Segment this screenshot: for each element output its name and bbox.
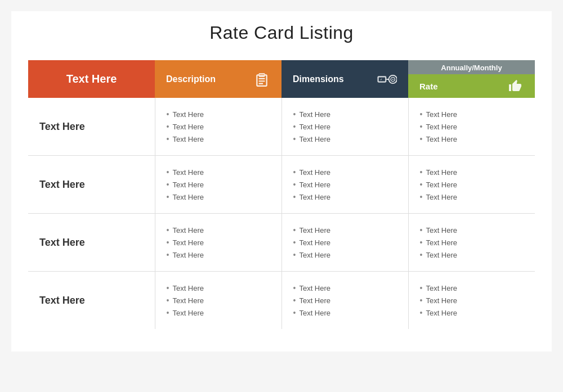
list-item: Text Here [293,236,397,249]
list-item: Text Here [420,120,524,133]
list-item: Text Here [420,108,524,120]
row-dim-cell: Text HereText HereText Here [282,272,408,330]
list-item: Text Here [420,166,524,178]
list-item: Text Here [167,282,270,294]
list-item: Text Here [420,236,524,249]
row-name-cell: Text Here [28,214,155,272]
col3-header-label: Dimensions [293,74,344,84]
page-title: Rate Card Listing [28,22,535,43]
list-item: Text Here [420,249,524,261]
row-dim-cell: Text HereText HereText Here [282,156,408,214]
rate-card-table: Text Here Description [28,60,535,329]
clipboard-icon [253,71,270,88]
row-desc-cell: Text HereText HereText Here [155,98,282,156]
header-row: Text Here Description [28,60,535,74]
th-dim: Dimensions ✓ [282,60,408,98]
list-item: Text Here [293,191,397,203]
row-dim-cell: Text HereText HereText Here [282,98,408,156]
tape-measure-icon: ✓ [377,71,397,88]
col4-bottom-label: Rate [419,82,438,91]
list-item: Text Here [420,178,524,191]
list-item: Text Here [167,307,270,319]
list-item: Text Here [420,282,524,294]
list-item: Text Here [293,108,397,120]
page-container: Rate Card Listing Text Here Description [11,11,552,352]
row-desc-cell: Text HereText HereText Here [155,156,282,214]
table-body: Text HereText HereText HereText HereText… [28,98,535,329]
col4-top-label: Annually/Monthly [441,64,502,72]
list-item: Text Here [167,166,270,178]
row-rate-cell: Text HereText HereText Here [408,272,535,330]
list-item: Text Here [293,224,397,236]
row-rate-cell: Text HereText HereText Here [408,98,535,156]
list-item: Text Here [167,191,270,203]
list-item: Text Here [293,249,397,261]
list-item: Text Here [420,191,524,203]
row-rate-cell: Text HereText HereText Here [408,214,535,272]
th-rate-annually: Annually/Monthly [408,60,535,74]
row-desc-cell: Text HereText HereText Here [155,214,282,272]
table-row: Text HereText HereText HereText HereText… [28,156,535,214]
list-item: Text Here [420,224,524,236]
list-item: Text Here [167,249,270,261]
list-item: Text Here [293,120,397,133]
table-row: Text HereText HereText HereText HereText… [28,98,535,156]
list-item: Text Here [293,166,397,178]
col1-header-label: Text Here [66,73,117,85]
list-item: Text Here [293,178,397,191]
list-item: Text Here [167,224,270,236]
list-item: Text Here [167,178,270,191]
list-item: Text Here [293,133,397,145]
row-name-cell: Text Here [28,272,155,330]
svg-point-5 [392,78,394,79]
list-item: Text Here [167,133,270,145]
row-rate-cell: Text HereText HereText Here [408,156,535,214]
svg-text:✓: ✓ [380,78,382,81]
list-item: Text Here [167,108,270,120]
list-item: Text Here [167,236,270,249]
col2-header-label: Description [166,74,216,84]
th-rate: Rate [408,74,535,98]
table-row: Text HereText HereText HereText HereText… [28,214,535,272]
list-item: Text Here [420,307,524,319]
list-item: Text Here [293,294,397,307]
list-item: Text Here [293,307,397,319]
th-desc: Description [155,60,282,98]
list-item: Text Here [167,120,270,133]
row-name-cell: Text Here [28,98,155,156]
row-dim-cell: Text HereText HereText Here [282,214,408,272]
th-name: Text Here [28,60,155,98]
list-item: Text Here [420,294,524,307]
list-item: Text Here [293,282,397,294]
list-item: Text Here [167,294,270,307]
list-item: Text Here [420,133,524,145]
row-name-cell: Text Here [28,156,155,214]
thumbsup-icon [507,78,524,94]
row-desc-cell: Text HereText HereText Here [155,272,282,330]
table-row: Text HereText HereText HereText HereText… [28,272,535,330]
